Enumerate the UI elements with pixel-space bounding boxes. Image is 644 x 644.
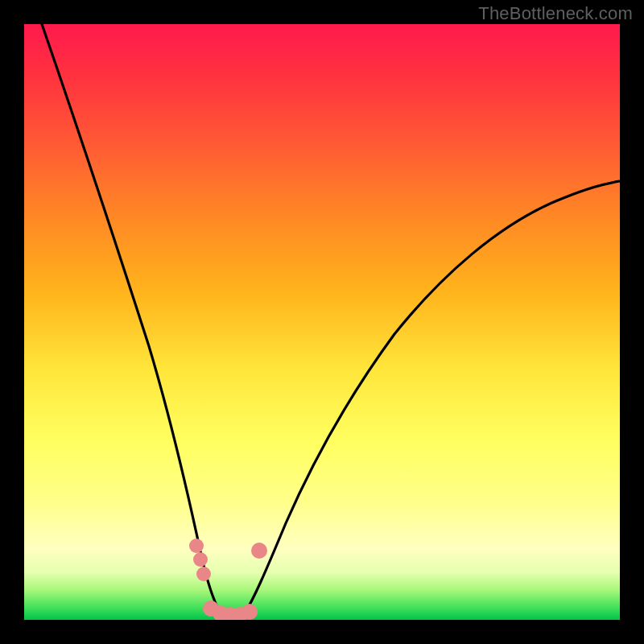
left-curve — [42, 24, 222, 616]
svg-point-7 — [242, 604, 258, 620]
svg-point-8 — [251, 543, 267, 559]
curves-layer — [24, 24, 620, 620]
right-curve — [243, 181, 620, 616]
svg-point-1 — [193, 552, 208, 567]
watermark-text: TheBottleneck.com — [478, 3, 633, 24]
svg-point-0 — [189, 539, 204, 553]
floor-dots — [189, 539, 267, 620]
chart-frame: TheBottleneck.com — [0, 0, 644, 644]
plot-area — [24, 24, 620, 620]
svg-point-2 — [196, 567, 211, 581]
